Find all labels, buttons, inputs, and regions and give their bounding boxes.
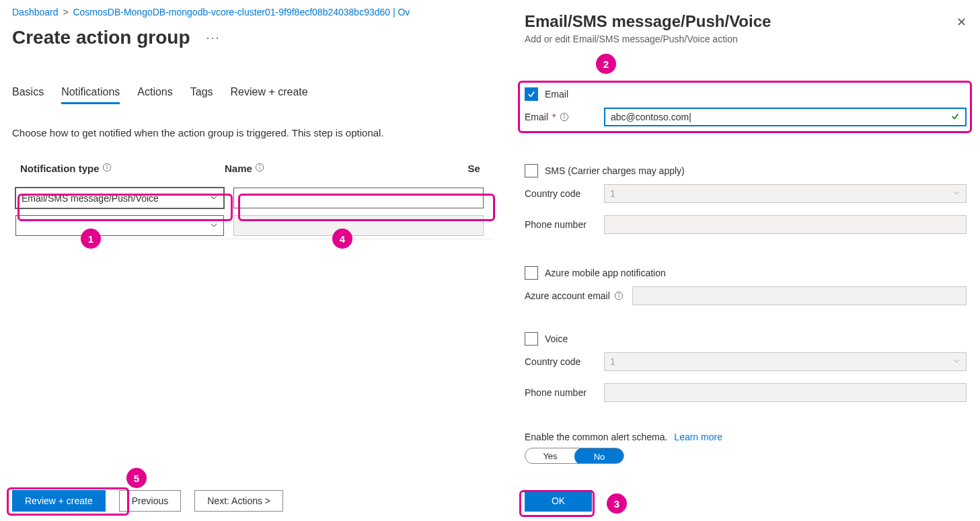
schema-label: Enable the common alert schema. <box>525 432 667 442</box>
phone-label: Phone number <box>525 219 587 230</box>
schema-no[interactable]: No <box>574 448 624 464</box>
info-icon[interactable] <box>102 163 112 172</box>
sms-country-code-select: 1 <box>604 184 967 203</box>
breadcrumb-sep: > <box>61 7 70 17</box>
azure-app-check-label: Azure mobile app notification <box>545 268 666 278</box>
info-icon[interactable] <box>614 291 624 300</box>
sms-check-label: SMS (Carrier charges may apply) <box>545 165 685 176</box>
svg-point-11 <box>618 294 619 294</box>
tab-review[interactable]: Review + create <box>231 86 308 104</box>
learn-more-link[interactable]: Learn more <box>674 432 722 442</box>
tab-actions[interactable]: Actions <box>137 86 172 104</box>
voice-check-label: Voice <box>545 333 568 344</box>
notification-type-select[interactable]: Email/SMS message/Push/Voice <box>15 188 224 208</box>
email-check-label: Email <box>545 89 568 99</box>
voice-country-code-select: 1 <box>604 352 967 371</box>
voice-checkbox[interactable] <box>525 332 538 346</box>
notification-name-input-disabled <box>233 215 484 236</box>
intro-text: Choose how to get notified when the acti… <box>12 127 494 138</box>
col-header-name: Name <box>222 163 468 174</box>
breadcrumb: Dashboard > CosmosDB-MongoDB-mongodb-vco… <box>12 7 494 17</box>
page-title: Create action group <box>12 27 190 48</box>
azure-email-label: Azure account email <box>525 290 610 301</box>
schema-toggle[interactable]: Yes No <box>525 448 624 464</box>
voice-phone-label: Phone number <box>525 387 587 398</box>
schema-yes[interactable]: Yes <box>525 448 575 463</box>
review-create-button[interactable]: Review + create <box>12 490 106 512</box>
ok-button[interactable]: OK <box>525 490 592 512</box>
country-code-label: Country code <box>525 188 580 199</box>
required-marker: * <box>552 112 556 122</box>
voice-phone-input <box>604 383 967 402</box>
previous-button[interactable]: Previous <box>119 490 181 512</box>
svg-point-8 <box>564 115 565 116</box>
chevron-down-icon <box>210 221 218 231</box>
col-header-type: Notification type <box>12 163 222 174</box>
svg-point-2 <box>106 165 107 166</box>
tab-notifications[interactable]: Notifications <box>61 86 120 104</box>
select-value: Email/SMS message/Push/Voice <box>22 193 159 204</box>
svg-point-5 <box>260 165 260 166</box>
tabs: Basics Notifications Actions Tags Review… <box>12 86 494 104</box>
chevron-down-icon <box>952 356 960 367</box>
voice-country-code-label: Country code <box>525 356 580 367</box>
sms-phone-input <box>604 215 967 234</box>
checkmark-icon <box>950 112 960 123</box>
azure-app-checkbox[interactable] <box>525 266 538 280</box>
close-icon[interactable]: ✕ <box>956 12 967 30</box>
chevron-down-icon <box>210 193 218 204</box>
chevron-down-icon <box>952 188 960 199</box>
info-icon[interactable] <box>255 163 264 172</box>
email-input[interactable]: abc@contoso.com <box>604 108 967 126</box>
email-checkbox[interactable] <box>525 87 538 101</box>
tab-tags[interactable]: Tags <box>190 86 213 104</box>
col-header-sel: Se <box>468 163 494 174</box>
azure-email-input <box>632 286 967 305</box>
notification-type-select-empty[interactable] <box>15 215 224 236</box>
notification-name-input[interactable] <box>233 188 484 208</box>
panel-title: Email/SMS message/Push/Voice <box>525 12 771 31</box>
next-button[interactable]: Next: Actions > <box>194 490 283 512</box>
breadcrumb-resource[interactable]: CosmosDB-MongoDB-mongodb-vcore-cluster01… <box>73 7 410 17</box>
sms-checkbox[interactable] <box>525 164 538 177</box>
panel-subtitle: Add or edit Email/SMS message/Push/Voice… <box>525 34 771 44</box>
more-icon[interactable]: ··· <box>206 31 220 45</box>
tab-basics[interactable]: Basics <box>12 86 44 104</box>
info-icon[interactable] <box>560 112 569 122</box>
breadcrumb-dashboard[interactable]: Dashboard <box>12 7 59 17</box>
email-label: Email <box>525 112 548 122</box>
